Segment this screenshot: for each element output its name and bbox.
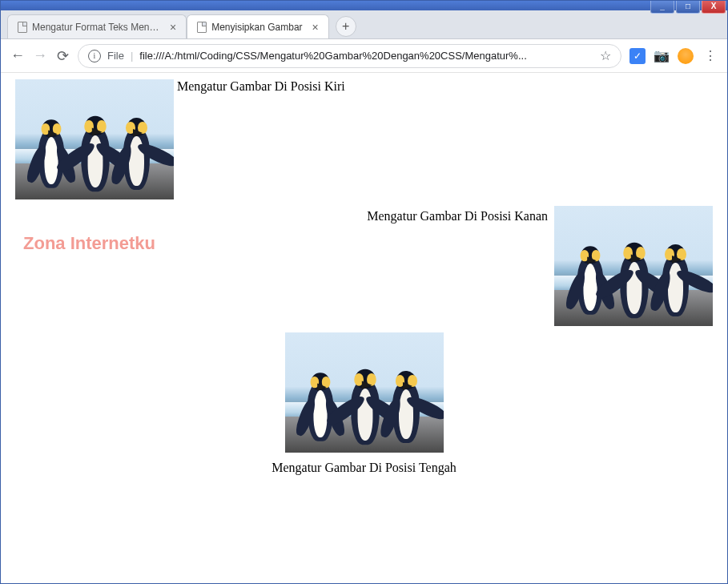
reload-button[interactable]: ⟳ (55, 47, 70, 65)
camera-icon[interactable]: 📷 (654, 48, 670, 64)
caption-right: Mengatur Gambar Di Posisi Kanan (367, 209, 548, 224)
browser-tab-active[interactable]: Menyisipkan Gambar × (187, 14, 329, 38)
forward-button[interactable]: → (33, 47, 47, 64)
url-scheme-label: File (107, 50, 124, 62)
profile-avatar[interactable] (678, 48, 694, 64)
new-tab-button[interactable]: + (336, 16, 356, 37)
tab-title: Menyisipkan Gambar (211, 22, 302, 33)
extension-icon[interactable]: ✓ (629, 48, 646, 64)
browser-tabstrip: Mengatur Format Teks Menggun × Menyisipk… (1, 10, 727, 39)
window-maximize-button[interactable]: □ (676, 0, 700, 14)
penguin-image-center (285, 332, 444, 453)
address-bar[interactable]: i File | file:///A:/html/Coding/CSS/Meng… (78, 44, 621, 68)
url-text: file:///A:/html/Coding/CSS/Mengatur%20Ga… (139, 50, 526, 62)
window-titlebar: _ □ X (1, 1, 727, 10)
window-minimize-button[interactable]: _ (650, 0, 674, 14)
browser-tab-inactive[interactable]: Mengatur Format Teks Menggun × (7, 14, 187, 38)
document-icon (18, 22, 27, 33)
separator: | (131, 50, 133, 62)
close-tab-icon[interactable]: × (312, 22, 319, 33)
bookmark-star-icon[interactable]: ☆ (600, 48, 611, 63)
page-viewport[interactable]: Zona Internetku Mengatur Gambar Di Posis… (1, 73, 727, 583)
caption-center: Mengatur Gambar Di Posisi Tengah (15, 461, 713, 475)
block-center: Mengatur Gambar Di Posisi Tengah (15, 332, 713, 475)
block-left: Mengatur Gambar Di Posisi Kiri (15, 79, 713, 199)
browser-toolbar: ← → ⟳ i File | file:///A:/html/Coding/CS… (1, 39, 727, 73)
block-right: Mengatur Gambar Di Posisi Kanan (15, 206, 713, 326)
tab-title: Mengatur Format Teks Menggun (32, 22, 160, 33)
penguin-image-left (15, 79, 174, 199)
site-info-icon[interactable]: i (88, 50, 101, 62)
close-tab-icon[interactable]: × (170, 22, 176, 33)
back-button[interactable]: ← (10, 47, 25, 64)
penguin-image-right (554, 206, 713, 326)
caption-left: Mengatur Gambar Di Posisi Kiri (177, 79, 345, 93)
window-close-button[interactable]: X (702, 0, 726, 14)
document-icon (197, 22, 207, 33)
menu-kebab-icon[interactable]: ⋮ (702, 48, 718, 64)
